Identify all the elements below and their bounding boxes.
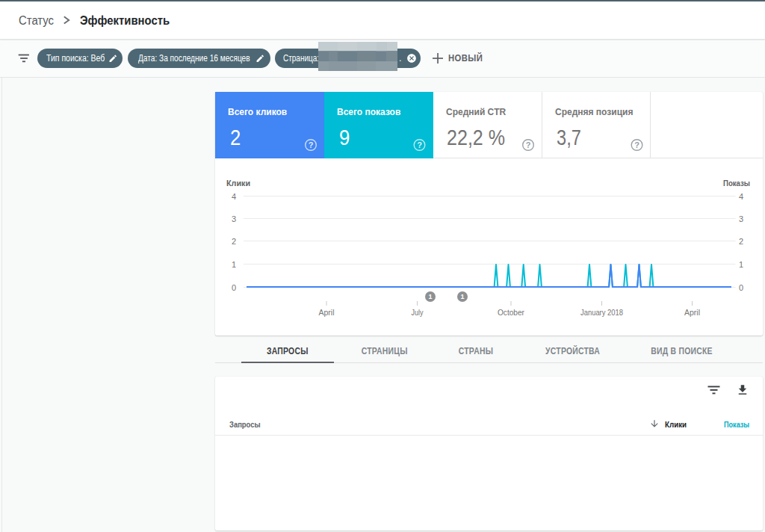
svg-text:4: 4 <box>739 192 743 201</box>
svg-text:April: April <box>319 308 335 317</box>
svg-text:1: 1 <box>739 260 743 269</box>
svg-text:Показы: Показы <box>723 179 750 188</box>
svg-text:?: ? <box>526 140 531 149</box>
svg-text:?: ? <box>634 140 639 149</box>
svg-text:July: July <box>412 308 424 317</box>
svg-text:October: October <box>498 308 524 317</box>
svg-text:?: ? <box>309 140 314 149</box>
svg-text:0: 0 <box>739 283 743 292</box>
svg-text:2: 2 <box>232 237 236 246</box>
svg-text:3: 3 <box>232 214 236 223</box>
svg-text:?: ? <box>417 140 422 149</box>
svg-text:Клики: Клики <box>226 179 250 188</box>
svg-text:April: April <box>684 308 700 317</box>
svg-text:1: 1 <box>232 260 236 269</box>
svg-text:3: 3 <box>739 214 743 223</box>
svg-text:2: 2 <box>739 237 743 246</box>
svg-text:January 2018: January 2018 <box>580 308 623 317</box>
svg-text:4: 4 <box>232 192 236 201</box>
svg-text:0: 0 <box>232 283 236 292</box>
